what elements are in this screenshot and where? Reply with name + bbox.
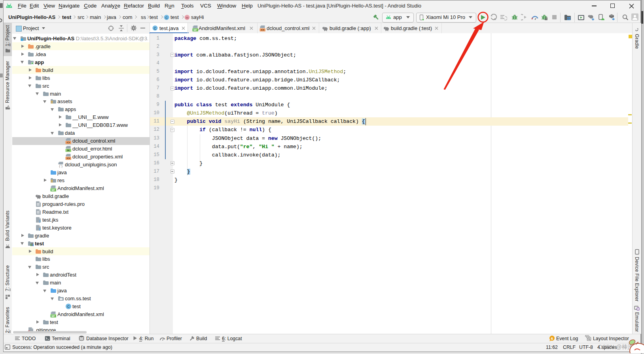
svg-text:m: m: [186, 16, 188, 20]
svg-text:MF: MF: [193, 29, 197, 31]
svg-text:<>: <>: [66, 157, 70, 160]
svg-text:?: ?: [38, 220, 40, 223]
svg-text:C: C: [67, 305, 70, 309]
svg-text:?: ?: [38, 228, 40, 231]
svg-text:6: 6: [551, 336, 553, 341]
svg-text:MF: MF: [51, 189, 55, 191]
svg-text:C: C: [154, 26, 156, 30]
svg-text:C: C: [165, 16, 168, 20]
svg-text:{}: {}: [59, 165, 63, 168]
svg-text:<>: <>: [66, 141, 70, 144]
svg-text:<>: <>: [261, 28, 264, 32]
svg-text:H: H: [67, 149, 69, 152]
svg-text:MF: MF: [51, 315, 55, 317]
